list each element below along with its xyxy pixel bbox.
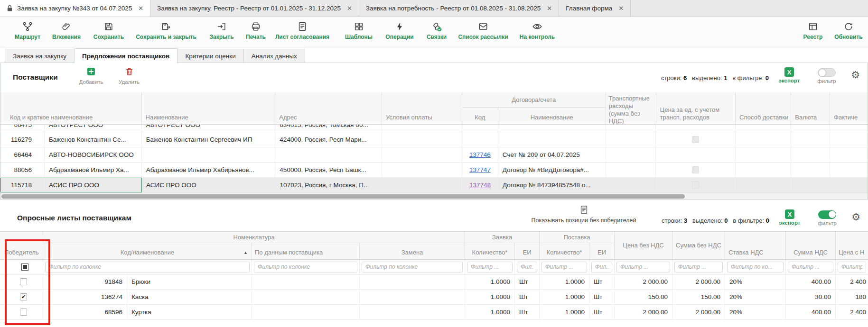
add-supplier-button[interactable]: Добавить <box>75 67 107 85</box>
links-button[interactable]: Связки <box>420 20 453 40</box>
supplier-row[interactable]: 66475 АВТОТРЕСТ ООО АВТОТРЕСТ ООО 634015… <box>0 125 868 132</box>
survey-row[interactable]: ✔ 136274 Каска 1.0000 Шт 1.0000 Шт 150.0… <box>0 290 868 305</box>
price-vat: 2 400 <box>836 274 868 289</box>
close-icon[interactable]: ✕ <box>547 5 552 12</box>
tab-evaluation-criteria[interactable]: Критерии оценки <box>177 49 243 63</box>
column-header-price-no-vat[interactable]: Цена без НДС <box>615 232 672 259</box>
unit-price-checkbox[interactable] <box>692 182 699 189</box>
column-header-name[interactable]: Наименование <box>142 92 276 124</box>
tab-data-analysis[interactable]: Анализ данных <box>244 49 305 63</box>
winner-checkbox[interactable] <box>20 278 27 285</box>
contract-code-link[interactable]: 137747 <box>469 166 491 173</box>
column-header-contract-name[interactable]: Наименование <box>498 108 606 124</box>
survey-row[interactable]: 68596 Куртка 1.0000 Шт 1.0000 Шт 2 000.0… <box>0 305 868 320</box>
contract-code-link[interactable]: 137748 <box>469 182 491 189</box>
qty-supply: 1.0000 <box>540 274 589 289</box>
filter-toggle[interactable] <box>818 68 836 77</box>
column-header-transport[interactable]: Транспортные расходы (сумма без НДС) <box>606 92 656 124</box>
supplier-address <box>275 147 382 162</box>
column-header-ei-supply[interactable]: ЕИ <box>589 243 614 259</box>
attachments-label: Вложения <box>47 34 86 40</box>
column-header-winner[interactable]: Победитель <box>0 232 43 259</box>
filter-input-code-name[interactable] <box>45 262 250 272</box>
column-header-price-vat[interactable]: Цена с Н <box>836 232 868 259</box>
supplier-row-selected[interactable]: 115718 АСИС ПРО ООО АСИС ПРО ООО 107023,… <box>0 178 868 193</box>
column-header-vat-rate[interactable]: Ставка НДС <box>725 232 786 259</box>
close-icon[interactable]: ✕ <box>618 5 624 12</box>
supplier-name: АВТОТРЕСТ ООО <box>142 125 276 132</box>
column-header-ei-request[interactable]: ЕИ <box>515 243 539 259</box>
column-header-unit-price[interactable]: Цена за ед. с учетом трансп. расходов <box>656 92 736 124</box>
operations-button[interactable]: Операции <box>382 20 418 40</box>
filter-input-sum-no-vat[interactable] <box>674 262 723 272</box>
unit-price-checkbox[interactable] <box>692 136 699 143</box>
save-and-close-button[interactable]: Сохранить и закрыть <box>132 20 200 40</box>
filter-input-vat-rate[interactable] <box>727 262 784 272</box>
window-tab-purchase-request[interactable]: Заявка на закупку №343 от 04.07.2025 ✕ <box>0 0 150 17</box>
scrollbar-thumb[interactable] <box>1 194 685 199</box>
survey-row[interactable]: 91848 Брюки 1.0000 Шт 1.0000 Шт 2 000.00… <box>0 274 868 290</box>
tab-supplier-offers[interactable]: Предложения поставщиков <box>75 48 177 64</box>
on-control-button[interactable]: На контроль <box>515 20 559 40</box>
attachments-button[interactable]: Вложения <box>47 20 86 40</box>
show-no-winners-button[interactable]: Показывать позиции без победителей <box>522 205 645 224</box>
filter-input-vat-sum[interactable] <box>788 262 833 272</box>
column-header-by-supplier[interactable]: По данным поставщика <box>252 243 360 259</box>
window-tab-need-registry[interactable]: Заявка на потребность - Реестр от 01.08.… <box>359 0 559 17</box>
links-label: Связки <box>420 34 453 40</box>
selected-cell-outline: 115718 АСИС ПРО ООО <box>0 178 142 192</box>
column-header-qty-request[interactable]: Количество* <box>465 243 515 259</box>
column-header-code-short[interactable]: Код и краткое наименование <box>0 92 142 124</box>
filter-input-by-supplier[interactable] <box>254 262 357 272</box>
column-header-fact[interactable]: Фактиче <box>830 92 868 124</box>
close-form-button[interactable]: Закрыть <box>204 20 239 40</box>
tab-purchase-request[interactable]: Заявка на закупку <box>5 49 75 63</box>
filter-toggle[interactable] <box>818 210 836 219</box>
column-header-qty-supply[interactable]: Количество* <box>540 243 589 259</box>
filter-input-qty-supply[interactable] <box>541 262 587 272</box>
export-excel-button[interactable]: X экспорт <box>777 67 802 83</box>
close-icon[interactable]: ✕ <box>347 5 352 12</box>
save-button[interactable]: Сохранить <box>89 20 129 40</box>
column-header-payment-terms[interactable]: Условия оплаты <box>382 92 462 124</box>
supplier-address: 634015, Россия, Томская об... <box>275 125 382 132</box>
filter-input-price-no-vat[interactable] <box>616 262 670 272</box>
export-excel-button[interactable]: X экспорт <box>777 209 802 226</box>
approval-sheet-button[interactable]: Лист согласования <box>272 20 332 40</box>
window-tab-purchase-registry[interactable]: Заявка на закупку. Реестр - Реестр от 01… <box>150 0 359 17</box>
filter-input-price-vat[interactable] <box>838 262 866 272</box>
unit-price-checkbox[interactable] <box>692 166 699 173</box>
column-header-replacement[interactable]: Замена <box>360 243 465 259</box>
column-header-contract-code[interactable]: Код <box>462 108 498 124</box>
close-icon[interactable]: ✕ <box>138 5 143 12</box>
delete-supplier-button[interactable]: Удалить <box>114 67 144 85</box>
route-button[interactable]: Маршрут <box>11 20 44 40</box>
supplier-row[interactable]: 66464 АВТО-НОВОСИБИРСК ООО 137746 Счет №… <box>0 147 868 163</box>
column-header-currency[interactable]: Валюта <box>791 92 830 124</box>
supplier-row[interactable]: 116279 Баженов Константин Се... Баженов … <box>0 132 868 147</box>
column-header-delivery[interactable]: Способ доставки <box>736 92 791 124</box>
column-header-sum-no-vat[interactable]: Сумма без НДС <box>672 232 725 259</box>
winner-checkbox[interactable]: ✔ <box>20 293 27 300</box>
column-header-vat-sum[interactable]: Сумма НДС <box>786 232 836 259</box>
winner-checkbox[interactable] <box>20 309 27 316</box>
filter-input-qty-request[interactable] <box>467 262 513 272</box>
supplier-row[interactable]: 88056 Абдрахманов Ильмир Ха... Абдрахман… <box>0 163 868 178</box>
print-button[interactable]: Печать <box>240 20 271 40</box>
refresh-button[interactable]: Обновить <box>831 20 866 40</box>
gear-icon[interactable]: ⚙ <box>851 69 860 81</box>
horizontal-scrollbar[interactable] <box>0 193 868 199</box>
supplier-short-name: Абдрахманов Ильмир Ха... <box>45 163 142 177</box>
select-all-checkbox[interactable] <box>21 263 28 271</box>
mailing-list-button[interactable]: Список рассылки <box>455 20 512 40</box>
contract-code-link[interactable]: 137746 <box>469 151 491 158</box>
registry-button[interactable]: Реестр <box>797 20 829 40</box>
templates-button[interactable]: Шаблоны <box>338 20 380 40</box>
filter-input-ei-supply[interactable] <box>591 262 612 272</box>
filter-input-replacement[interactable] <box>362 262 463 272</box>
column-header-address[interactable]: Адрес <box>275 92 382 124</box>
filter-input-ei-request[interactable] <box>517 262 537 272</box>
window-tab-main-form[interactable]: Главная форма ✕ <box>559 0 631 17</box>
column-header-code-name[interactable]: Код/наименование ▲ <box>43 243 252 259</box>
gear-icon[interactable]: ⚙ <box>851 211 860 223</box>
